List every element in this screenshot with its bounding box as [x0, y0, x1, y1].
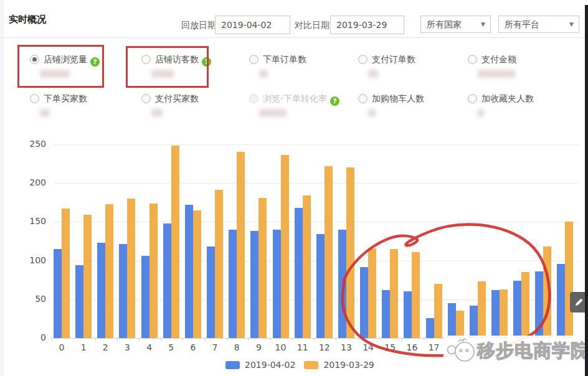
- bar-2019-04-02-h2: [97, 243, 105, 338]
- metric-label: 下单买家数: [44, 93, 87, 103]
- bar-2019-04-02-h19: [470, 306, 478, 338]
- bar-2019-04-02-h4: [141, 256, 149, 338]
- x-axis-tick: [74, 338, 74, 341]
- bar-2019-04-02-h5: [163, 223, 171, 338]
- metric-radio[interactable]: [141, 94, 151, 103]
- metric-value-redacted: [368, 70, 378, 78]
- metric-radio[interactable]: [30, 94, 39, 103]
- realtime-overview-page: 实时概况 回放日期 2019-04-02 对比日期 2019-03-29 所有国…: [0, 0, 588, 376]
- metric-item-r1-c3[interactable]: 下单订单数: [249, 54, 306, 65]
- bar-2019-03-29-h13: [346, 167, 354, 338]
- chevron-down-icon: ▼: [481, 16, 485, 33]
- x-axis-label-12: 12: [314, 342, 335, 352]
- legend-item-2019-03-29[interactable]: 2019-03-29: [304, 360, 374, 370]
- compare-date-input[interactable]: 2019-03-29: [330, 16, 404, 34]
- bar-2019-04-02-h11: [295, 208, 303, 338]
- bar-2019-04-02-h15: [382, 290, 390, 338]
- x-axis-tick: [52, 338, 52, 341]
- y-axis-label: 200: [19, 177, 46, 187]
- playback-date-input[interactable]: 2019-04-02: [215, 16, 290, 34]
- metric-value-redacted: [259, 109, 287, 117]
- platform-select[interactable]: 所有平台 ▼: [498, 16, 579, 33]
- metric-label: 加收藏夹人数: [481, 93, 534, 103]
- country-select[interactable]: 所有国家 ▼: [420, 16, 491, 33]
- x-axis-tick: [183, 338, 183, 341]
- red-highlight-box-views: [17, 45, 104, 88]
- legend-item-2019-04-02[interactable]: 2019-04-02: [225, 360, 295, 370]
- bar-2019-03-29-h22: [543, 247, 551, 338]
- country-select-value: 所有国家: [427, 16, 462, 33]
- pencil-icon: [574, 298, 584, 307]
- bar-2019-04-02-h12: [316, 234, 325, 338]
- legend-swatch: [304, 361, 318, 369]
- x-axis-tick: [117, 338, 118, 341]
- bar-2019-04-02-h3: [119, 244, 127, 338]
- y-gridline-250: [53, 144, 579, 145]
- metric-label: 加购物车人数: [372, 93, 424, 103]
- metric-value-redacted: [40, 109, 50, 117]
- bar-2019-03-29-h11: [303, 195, 311, 338]
- metric-radio[interactable]: [249, 55, 258, 64]
- bar-2019-03-29-h1: [83, 215, 92, 338]
- x-axis-tick: [292, 338, 293, 341]
- bar-2019-03-29-h21: [521, 272, 529, 338]
- bar-2019-04-02-h18: [448, 303, 456, 338]
- help-icon[interactable]: ?: [330, 96, 339, 106]
- y-axis-label: 0: [19, 332, 46, 342]
- bar-2019-04-02-h23: [557, 264, 565, 338]
- metric-label: 浏览-下单转化率: [263, 93, 327, 103]
- x-axis-label-5: 5: [161, 342, 182, 352]
- x-axis-tick: [227, 338, 227, 341]
- chevron-down-icon: ▼: [569, 16, 574, 33]
- x-axis-label-3: 3: [116, 342, 138, 352]
- bar-2019-03-29-h12: [325, 166, 333, 338]
- y-axis-label: 50: [19, 294, 46, 304]
- bar-2019-04-02-h20: [491, 290, 500, 338]
- x-axis-tick: [314, 338, 315, 341]
- x-axis-label-7: 7: [204, 342, 225, 352]
- bar-2019-03-29-h4: [149, 204, 158, 338]
- metric-radio[interactable]: [468, 55, 477, 64]
- y-axis-label: 250: [19, 139, 46, 149]
- playback-date-label: 回放日期: [181, 20, 216, 31]
- compare-date-label: 对比日期: [295, 20, 330, 31]
- bar-2019-04-02-h13: [338, 230, 346, 338]
- metric-item-r2-c5[interactable]: 加收藏夹人数: [468, 93, 534, 105]
- x-axis-tick: [336, 338, 336, 341]
- bar-2019-03-29-h18: [456, 311, 464, 338]
- bar-2019-03-29-h10: [281, 155, 289, 338]
- bar-2019-03-29-h17: [434, 284, 442, 338]
- header-divider: [0, 37, 585, 38]
- metric-radio[interactable]: [358, 55, 368, 64]
- x-axis-tick: [249, 338, 249, 341]
- metric-item-r2-c1[interactable]: 下单买家数: [30, 93, 87, 105]
- x-axis-label-15: 15: [379, 342, 401, 352]
- x-axis-label-8: 8: [226, 342, 247, 352]
- watermark-text: 移步电商学院: [477, 339, 588, 364]
- metric-label: 支付金额: [481, 54, 516, 64]
- metric-item-r2-c3[interactable]: 浏览-下单转化率?: [249, 93, 339, 106]
- metric-radio[interactable]: [468, 94, 477, 103]
- x-axis-tick: [205, 338, 206, 341]
- metric-radio[interactable]: [358, 94, 368, 103]
- y-axis-label: 150: [19, 216, 46, 226]
- legend-label: 2019-03-29: [323, 360, 374, 370]
- mascot-logo-icon: [446, 337, 477, 365]
- metric-item-r1-c4[interactable]: 支付订单数: [358, 54, 415, 65]
- x-axis-label-13: 13: [336, 342, 357, 352]
- metric-item-r1-c5[interactable]: 支付金额: [468, 54, 516, 65]
- metric-item-r2-c4[interactable]: 加购物车人数: [358, 93, 424, 105]
- x-axis-tick: [380, 338, 381, 341]
- bar-2019-03-29-h23: [565, 222, 573, 338]
- bar-2019-03-29-h16: [412, 252, 420, 338]
- bar-2019-03-29-h0: [62, 209, 70, 338]
- x-axis-label-9: 9: [248, 342, 269, 352]
- x-axis-tick: [139, 338, 140, 341]
- x-axis-label-0: 0: [51, 342, 72, 352]
- x-axis-label-2: 2: [95, 342, 116, 352]
- x-axis-tick: [270, 338, 271, 341]
- bar-2019-03-29-h6: [193, 210, 201, 338]
- metric-item-r2-c2[interactable]: 支付买家数: [141, 93, 199, 105]
- bar-2019-03-29-h20: [500, 289, 508, 338]
- legend-swatch: [225, 361, 240, 369]
